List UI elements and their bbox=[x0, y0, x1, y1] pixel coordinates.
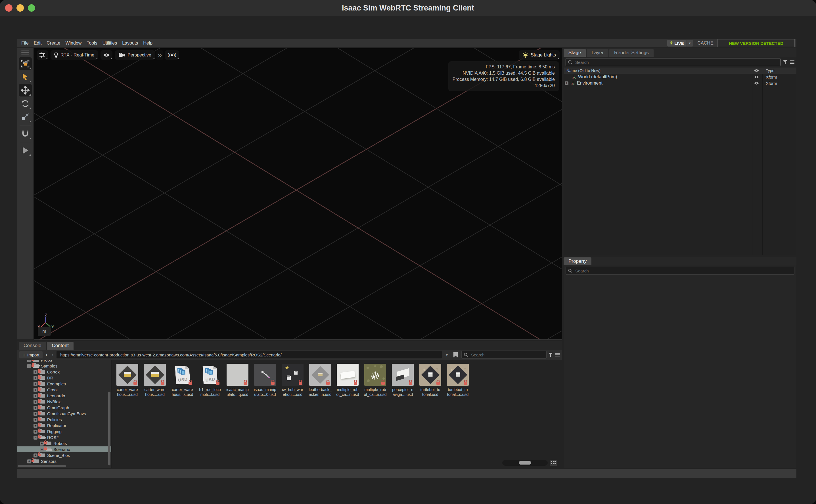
tree-item-sensors[interactable]: + Sensors bbox=[17, 458, 111, 464]
filter-icon[interactable] bbox=[783, 60, 787, 64]
tree-item-scene-blox[interactable]: + Scene_Blox bbox=[17, 452, 111, 458]
content-search-box[interactable] bbox=[462, 351, 547, 359]
file-tile[interactable]: USD h1_ros_locomoti...l.usd bbox=[199, 364, 221, 397]
tree-item-replicator[interactable]: + Replicator bbox=[17, 423, 111, 429]
path-input[interactable] bbox=[60, 352, 439, 358]
move-tool-button[interactable] bbox=[19, 84, 32, 96]
menu-create[interactable]: Create bbox=[44, 41, 63, 46]
tree-vertical-scrollbar[interactable] bbox=[108, 392, 110, 465]
tree-item-samples[interactable]: − Samples bbox=[17, 363, 111, 369]
play-button[interactable] bbox=[19, 144, 32, 157]
visibility-eye-icon[interactable] bbox=[754, 75, 759, 80]
tab-stage[interactable]: Stage bbox=[564, 49, 586, 57]
renderer-selector[interactable]: RTX - Real-Time bbox=[51, 50, 98, 60]
filter-icon[interactable] bbox=[549, 353, 553, 357]
forward-button[interactable]: › bbox=[51, 352, 54, 358]
path-dropdown-button[interactable]: ▼ bbox=[444, 353, 450, 357]
tree-item-omnigraph[interactable]: + OmniGraph bbox=[17, 405, 111, 411]
tree-item-robots[interactable]: + Robots bbox=[17, 440, 111, 446]
expander-icon[interactable]: + bbox=[27, 459, 31, 463]
expander-icon[interactable]: + bbox=[33, 406, 37, 410]
column-type-header[interactable]: Type bbox=[766, 68, 774, 73]
tree-item-scenario[interactable]: − Scenario bbox=[17, 446, 111, 452]
tree-item-nvblox[interactable]: + NvBlox bbox=[17, 399, 111, 405]
zoom-slider-thumb[interactable] bbox=[519, 461, 531, 465]
expander-icon[interactable]: − bbox=[33, 436, 37, 440]
path-bar[interactable] bbox=[56, 351, 442, 358]
import-button[interactable]: + Import bbox=[19, 351, 43, 358]
expander-icon[interactable]: + bbox=[565, 81, 569, 85]
stage-row-world[interactable]: World (defaultPrim) Xform bbox=[564, 74, 796, 80]
file-tile[interactable]: isaac_manipulato...0.usd bbox=[254, 364, 276, 397]
tab-console[interactable]: Console bbox=[19, 342, 46, 350]
tree-item-policies[interactable]: + Policies bbox=[17, 417, 111, 423]
menu-tools[interactable]: Tools bbox=[84, 41, 100, 46]
tab-render-settings[interactable]: Render Settings bbox=[609, 49, 654, 57]
stage-search-input[interactable] bbox=[575, 60, 778, 65]
snap-tool-button[interactable] bbox=[19, 127, 32, 140]
stage-row-environment[interactable]: + Environment Xform bbox=[564, 80, 796, 86]
camera-selector[interactable]: Perspective bbox=[115, 50, 155, 60]
visibility-eye-icon[interactable] bbox=[754, 81, 759, 86]
expander-icon[interactable]: + bbox=[33, 376, 37, 380]
back-button[interactable]: ‹ bbox=[45, 352, 49, 358]
options-menu-icon[interactable] bbox=[790, 60, 794, 61]
tree-item-ros2[interactable]: − ROS2 bbox=[17, 434, 111, 440]
toolbar-overflow-chevrons[interactable]: » bbox=[156, 50, 163, 60]
expander-icon[interactable]: + bbox=[33, 370, 37, 374]
file-tile[interactable]: leatherback_acker...n.usd bbox=[309, 364, 331, 397]
expander-icon[interactable]: + bbox=[33, 453, 37, 457]
expander-icon[interactable]: + bbox=[33, 430, 37, 434]
expander-icon[interactable]: + bbox=[33, 400, 37, 404]
tree-item-omniisaacgymenvs[interactable]: + OmniIsaacGymEnvs bbox=[17, 411, 111, 417]
file-tile[interactable]: turtlebot_tutorial.usd bbox=[420, 364, 441, 397]
tree-item-leonardo[interactable]: + Leonardo bbox=[17, 393, 111, 399]
menu-file[interactable]: File bbox=[19, 41, 31, 46]
menu-utilities[interactable]: Utilities bbox=[100, 41, 120, 46]
grid-view-button[interactable] bbox=[550, 460, 557, 466]
stage-search-box[interactable] bbox=[566, 58, 781, 66]
menu-window[interactable]: Window bbox=[63, 41, 84, 46]
file-tile[interactable]: turtlebot_tutorial...s.usd bbox=[447, 364, 469, 397]
toolbar-drag-handle[interactable] bbox=[21, 51, 29, 54]
expander-icon[interactable]: + bbox=[33, 394, 37, 398]
expander-icon[interactable]: + bbox=[33, 412, 37, 416]
column-name-header[interactable]: Name (Old to New) bbox=[567, 68, 601, 73]
content-search-input[interactable] bbox=[471, 352, 544, 358]
expander-icon[interactable]: + bbox=[33, 388, 37, 392]
options-menu-icon[interactable] bbox=[555, 353, 560, 354]
file-tile[interactable]: carter_warehous...r.usd bbox=[116, 364, 138, 397]
property-search-input[interactable] bbox=[575, 268, 792, 274]
tab-property[interactable]: Property bbox=[564, 257, 592, 265]
column-visibility-header[interactable] bbox=[754, 68, 759, 73]
file-tile[interactable]: multiple_robot_ca...n.usd bbox=[364, 364, 386, 397]
expander-icon[interactable]: + bbox=[33, 424, 37, 428]
tree-item-dr[interactable]: + DR bbox=[17, 375, 111, 381]
bookmark-icon[interactable] bbox=[454, 352, 458, 358]
tree-item-props[interactable]: − Props bbox=[17, 360, 111, 363]
tree-item-examples[interactable]: + Examples bbox=[17, 381, 111, 387]
live-button[interactable]: LIVE bbox=[667, 40, 686, 47]
file-tile[interactable]: USD carter_warehous...s.usd bbox=[171, 364, 193, 397]
tab-content[interactable]: Content bbox=[47, 342, 74, 350]
stage-lights-button[interactable]: Stage Lights bbox=[519, 50, 560, 60]
expander-icon[interactable]: − bbox=[40, 448, 44, 451]
units-badge[interactable]: m bbox=[38, 327, 51, 336]
expander-icon[interactable]: − bbox=[27, 364, 31, 368]
tree-item-cortex[interactable]: + Cortex bbox=[17, 369, 111, 375]
scale-tool-button[interactable] bbox=[19, 111, 32, 123]
tree-item-rigging[interactable]: + Rigging bbox=[17, 429, 111, 434]
file-tile[interactable]: multiple_robot_ca...n.usd bbox=[337, 364, 358, 397]
viewport[interactable]: RTX - Real-Time Perspective » ((●)) bbox=[34, 48, 562, 340]
expander-icon[interactable]: + bbox=[40, 442, 44, 446]
selection-mode-button[interactable] bbox=[19, 57, 32, 70]
rotate-tool-button[interactable] bbox=[19, 97, 32, 110]
file-tile[interactable]: iw_hub_warehou....usd bbox=[282, 364, 303, 397]
menu-edit[interactable]: Edit bbox=[31, 41, 44, 46]
file-tile[interactable]: carter_warehous....usd bbox=[144, 364, 166, 397]
menu-layouts[interactable]: Layouts bbox=[119, 41, 140, 46]
live-dropdown-button[interactable]: ▾ bbox=[687, 40, 693, 47]
broadcast-button[interactable]: ((●)) bbox=[165, 50, 179, 60]
tree-item-groot[interactable]: + Groot bbox=[17, 387, 111, 393]
tree-horizontal-scrollbar[interactable] bbox=[18, 465, 66, 467]
